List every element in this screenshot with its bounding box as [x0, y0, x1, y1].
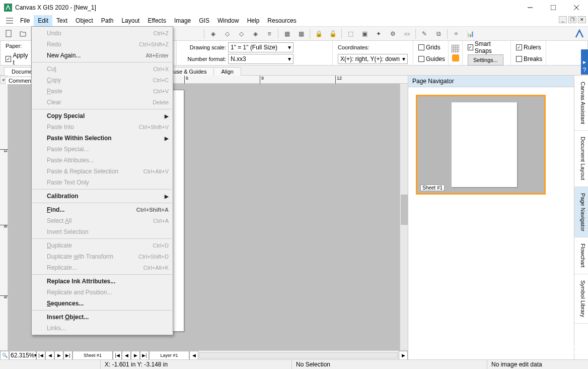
- menu-item-sequences-[interactable]: Sequences...: [32, 298, 173, 309]
- menu-file[interactable]: File: [16, 15, 34, 26]
- ruler-vertical[interactable]: 3 6 9: [0, 84, 8, 350]
- hamburger-icon[interactable]: [6, 18, 13, 24]
- layer-backward-button[interactable]: ◇: [236, 28, 247, 39]
- menu-item-find-[interactable]: Find...Ctrl+Shift+A: [32, 204, 173, 215]
- tool-b-button[interactable]: ▣: [359, 28, 370, 39]
- magic-button[interactable]: ✧: [451, 28, 462, 39]
- menu-item-redo[interactable]: RedoCtrl+Shift+Z: [32, 39, 173, 50]
- menu-item-paste-special-[interactable]: Paste Special...: [32, 144, 173, 155]
- tool-a-button[interactable]: ⬚: [345, 28, 356, 39]
- close-button[interactable]: [565, 0, 588, 15]
- menu-image[interactable]: Image: [170, 15, 195, 26]
- menu-item-links-[interactable]: Links...: [32, 323, 173, 334]
- layer-first-button[interactable]: |◀: [113, 351, 122, 360]
- menu-item-replace-ink-attributes-[interactable]: Replace Ink Attributes...: [32, 276, 173, 287]
- menu-item-new-again-[interactable]: New Again...Alt+Enter: [32, 50, 173, 61]
- help-flyout-button[interactable]: ▸: [581, 49, 588, 75]
- edit-button[interactable]: ✎: [419, 28, 430, 39]
- menu-edit[interactable]: Edit: [34, 15, 52, 26]
- mdi-restore-button[interactable]: ❐: [568, 16, 576, 23]
- lock-button[interactable]: 🔒: [313, 28, 324, 39]
- unlock-button[interactable]: 🔓: [327, 28, 338, 39]
- menu-item-invert-selection[interactable]: Invert Selection: [32, 226, 173, 237]
- tool-c-button[interactable]: ✦: [373, 28, 384, 39]
- number-format-combo[interactable]: N.xx3▾: [228, 54, 293, 64]
- tab-align[interactable]: Align: [213, 67, 241, 76]
- grids-checkbox[interactable]: Grids: [418, 44, 440, 51]
- guides-checkbox[interactable]: Guides: [418, 55, 445, 63]
- menu-layout[interactable]: Layout: [117, 15, 143, 26]
- zoom-tool-button[interactable]: 🔍: [0, 351, 9, 360]
- horizontal-scrollbar[interactable]: [199, 352, 398, 358]
- menu-object[interactable]: Object: [71, 15, 97, 26]
- coordinates-combo[interactable]: X(+): right, Y(+): down▾: [338, 54, 408, 64]
- chart-button[interactable]: 📊: [465, 28, 476, 39]
- apply-checkbox[interactable]: ✓Apply t: [6, 52, 30, 66]
- sheet-label[interactable]: Sheet #1: [72, 351, 113, 360]
- menu-help[interactable]: Help: [243, 15, 264, 26]
- menu-item-paste[interactable]: PasteCtrl+V: [32, 86, 173, 97]
- snap-icon[interactable]: [452, 54, 459, 61]
- side-tab-page-navigator[interactable]: Page Navigator: [574, 187, 588, 238]
- drawing-scale-combo[interactable]: 1" = 1" (Full Size)▾: [228, 42, 293, 52]
- layer-forward-button[interactable]: ◇: [222, 28, 233, 39]
- layer-last-button[interactable]: ▶|: [140, 351, 149, 360]
- menu-item-duplicate[interactable]: DuplicateCtrl+D: [32, 240, 173, 251]
- mdi-close-button[interactable]: ✕: [578, 16, 586, 23]
- menu-item-insert-object-[interactable]: Insert Object...: [32, 312, 173, 323]
- maximize-button[interactable]: [542, 0, 565, 15]
- rulers-checkbox[interactable]: ✓Rulers: [516, 44, 541, 51]
- mdi-minimize-button[interactable]: _: [559, 16, 567, 23]
- side-tab-flowchart[interactable]: Flowchart: [574, 237, 588, 274]
- menu-item-paste-into[interactable]: Paste IntoCtrl+Shift+V: [32, 121, 173, 133]
- menu-effects[interactable]: Effects: [143, 15, 170, 26]
- menu-item-copy-special[interactable]: Copy Special▶: [32, 110, 173, 121]
- settings-button[interactable]: Settings...: [468, 54, 503, 66]
- smart-snaps-checkbox[interactable]: ✓Smart Snaps: [468, 40, 505, 54]
- menu-item-calibration[interactable]: Calibration▶: [32, 191, 173, 202]
- align-2-button[interactable]: ▦: [296, 28, 307, 39]
- menu-item-replicate-[interactable]: Replicate...Ctrl+Alt+K: [32, 262, 173, 273]
- menu-item-paste-within-selection[interactable]: Paste Within Selection▶: [32, 133, 173, 144]
- menu-item-paste-replace-selection[interactable]: Paste & Replace SelectionCtrl+Alt+V: [32, 166, 173, 177]
- menu-window[interactable]: Window: [213, 15, 243, 26]
- nav-last-button[interactable]: ▶|: [63, 351, 72, 360]
- crop-button[interactable]: ⧉: [433, 28, 444, 39]
- side-tab-symbol-library[interactable]: Symbol Library: [574, 274, 588, 324]
- menu-item-undo[interactable]: UndoCtrl+Z: [32, 28, 173, 39]
- menu-resources[interactable]: Resources: [263, 15, 300, 26]
- menu-item-select-all[interactable]: Select AllCtrl+A: [32, 215, 173, 226]
- open-button[interactable]: [17, 28, 28, 39]
- scroll-right-button[interactable]: ▶: [399, 351, 408, 360]
- menu-item-paste-attributes-[interactable]: Paste Attributes...: [32, 155, 173, 166]
- grid-icon[interactable]: [452, 45, 460, 53]
- menu-text[interactable]: Text: [52, 15, 71, 26]
- menu-item-clear[interactable]: ClearDelete: [32, 97, 173, 108]
- scroll-left-button[interactable]: ◀: [189, 351, 198, 360]
- stack-button[interactable]: ≡: [264, 28, 275, 39]
- side-tab-document-layout[interactable]: Document Layout: [574, 131, 588, 187]
- menu-item-paste-text-only[interactable]: Paste Text Only: [32, 177, 173, 188]
- align-1-button[interactable]: ▦: [281, 28, 292, 39]
- tool-e-button[interactable]: ▭: [401, 28, 412, 39]
- new-button[interactable]: [3, 28, 14, 39]
- page-thumbnail[interactable]: Sheet #1: [416, 95, 546, 195]
- menu-item-cut[interactable]: CutCtrl+X: [32, 64, 173, 75]
- layer-prev-button[interactable]: ◀: [122, 351, 131, 360]
- nav-prev-button[interactable]: ◀: [45, 351, 54, 360]
- breaks-checkbox[interactable]: Breaks: [516, 55, 542, 63]
- menu-item-copy[interactable]: CopyCtrl+C: [32, 75, 173, 86]
- zoom-combo[interactable]: 62.315%▾: [9, 351, 36, 360]
- menu-item-replicate-and-position-[interactable]: Replicate and Position...: [32, 287, 173, 298]
- minimize-button[interactable]: [519, 0, 542, 15]
- vertical-scrollbar[interactable]: [400, 84, 408, 350]
- menu-gis[interactable]: GIS: [195, 15, 213, 26]
- layer-front-button[interactable]: ◈: [207, 28, 218, 39]
- tool-d-button[interactable]: ⚙: [387, 28, 398, 39]
- layer-label[interactable]: Layer #1: [149, 351, 189, 360]
- layer-back-button[interactable]: ◈: [250, 28, 261, 39]
- menu-path[interactable]: Path: [97, 15, 118, 26]
- side-tab-canvas-assistant[interactable]: Canvas Assistant: [574, 76, 588, 131]
- nav-next-button[interactable]: ▶: [54, 351, 63, 360]
- layer-next-button[interactable]: ▶: [131, 351, 140, 360]
